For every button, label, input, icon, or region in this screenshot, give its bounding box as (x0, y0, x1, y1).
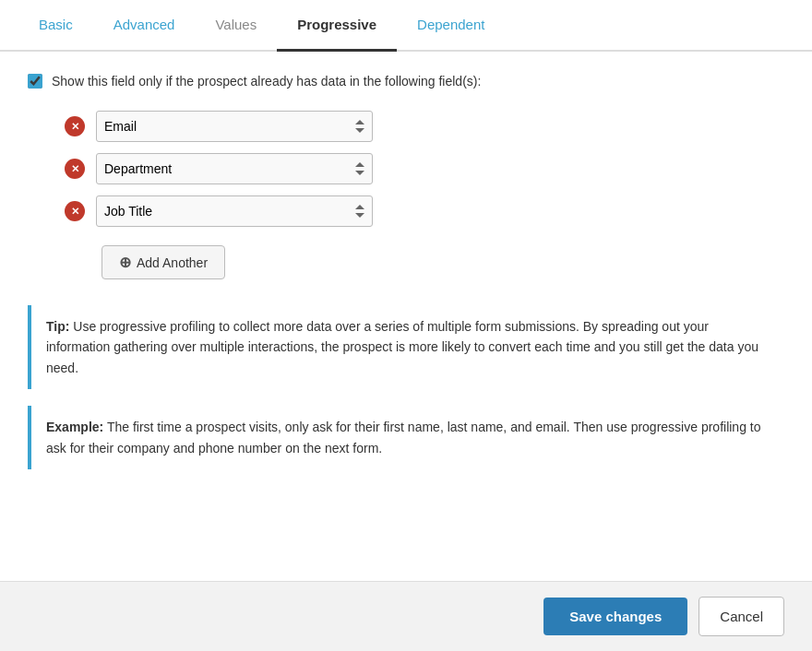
example-text: The first time a prospect visits, only a… (46, 420, 761, 455)
tip-section: Tip: Use progressive profiling to collec… (28, 305, 784, 389)
progressive-checkbox-row: Show this field only if the prospect alr… (28, 74, 784, 89)
tip-text: Use progressive profiling to collect mor… (46, 319, 758, 375)
tip-bold: Tip: (46, 319, 69, 334)
table-row: Email Department Job Title First Name La… (65, 195, 784, 227)
progressive-checkbox[interactable] (28, 74, 42, 89)
tab-bar: Basic Advanced Values Progressive Depend… (0, 0, 812, 52)
footer: Save changes Cancel (0, 581, 812, 651)
field-select-2[interactable]: Email Department Job Title First Name La… (96, 153, 373, 184)
tab-values[interactable]: Values (195, 0, 277, 52)
remove-field-2-button[interactable] (65, 159, 85, 179)
add-another-button[interactable]: ⊕ Add Another (102, 245, 225, 279)
tab-advanced[interactable]: Advanced (93, 0, 196, 52)
remove-field-3-button[interactable] (65, 201, 85, 221)
tab-progressive[interactable]: Progressive (277, 0, 397, 52)
table-row: Email Department Job Title First Name La… (65, 153, 784, 184)
tab-dependent[interactable]: Dependent (397, 0, 505, 52)
main-content: Show this field only if the prospect alr… (0, 52, 812, 581)
save-changes-button[interactable]: Save changes (543, 598, 687, 635)
tab-basic[interactable]: Basic (18, 0, 93, 52)
field-select-3[interactable]: Email Department Job Title First Name La… (96, 195, 373, 227)
field-select-1[interactable]: Email Department Job Title First Name La… (96, 111, 373, 142)
cancel-button[interactable]: Cancel (699, 597, 784, 636)
plus-icon: ⊕ (119, 254, 131, 271)
example-section: Example: The first time a prospect visit… (28, 406, 784, 469)
remove-field-1-button[interactable] (65, 116, 85, 136)
example-bold: Example: (46, 420, 103, 434)
progressive-checkbox-label: Show this field only if the prospect alr… (52, 74, 481, 89)
add-another-label: Add Another (137, 255, 208, 270)
table-row: Email Department Job Title First Name La… (65, 111, 784, 142)
field-list: Email Department Job Title First Name La… (65, 111, 784, 227)
